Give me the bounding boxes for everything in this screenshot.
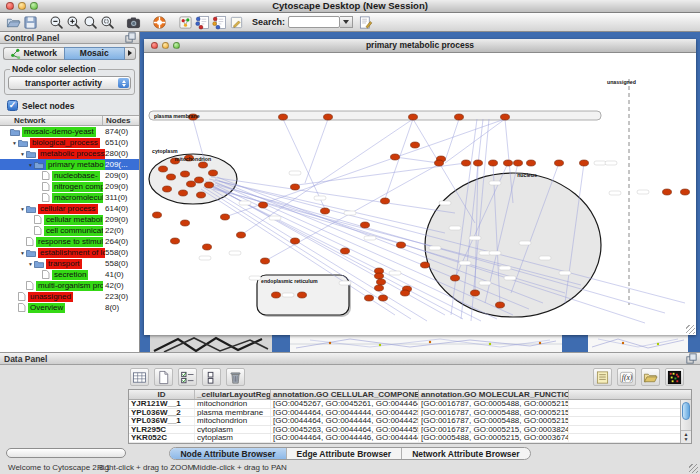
delete-attribute-icon[interactable] [226, 368, 245, 386]
network-canvas[interactable]: plasma membranecytoplasmmitochondrionnuc… [145, 53, 695, 334]
table-cell[interactable]: cytoplasm [195, 426, 271, 434]
expand-arrow-icon[interactable]: ▼ [19, 250, 26, 256]
tree-row[interactable]: ▼transport558(0) [0, 258, 139, 269]
minimize-window-button[interactable] [18, 2, 26, 10]
minimize-view-button[interactable] [162, 42, 169, 49]
scrollbar-thumb[interactable] [682, 402, 690, 420]
table-cell[interactable]: YLR295C [129, 426, 195, 434]
new-attribute-icon[interactable] [154, 368, 173, 386]
table-cell[interactable]: YPL036W__2 [129, 409, 195, 417]
tree-row[interactable]: unassigned223(0) [0, 291, 139, 302]
table-scrollbar[interactable]: ▲▼ [680, 400, 691, 443]
table-row[interactable]: YJR121W__1mitochondrion[GO:0045267, GO:0… [129, 400, 691, 409]
network-window-titlebar[interactable]: primary metabolic process [144, 39, 696, 53]
table-cell[interactable]: YDR039C__1 [129, 443, 195, 444]
scrollbar-arrows[interactable]: ▲▼ [681, 430, 691, 443]
table-cell[interactable]: [GO:0044464, GO:0044444, GO:0044425, G..… [271, 443, 419, 444]
table-cell[interactable]: [GO:0044464, GO:0044446, GO:0044444, G..… [271, 434, 419, 442]
configure-search-icon[interactable] [357, 14, 374, 30]
zoom-selected-icon[interactable] [99, 14, 116, 30]
table-cell[interactable]: [GO:0016787, GO:0005488, GO:0005215, G..… [419, 409, 569, 417]
table-cell[interactable]: mitochondrion [195, 417, 271, 425]
expand-arrow-icon[interactable]: ▼ [27, 162, 34, 168]
tree-row[interactable]: ▼biological_process651(0) [0, 137, 139, 148]
tree-row[interactable]: nucleobase-209(0) [0, 170, 139, 181]
tab-mosaic[interactable]: Mosaic [64, 47, 126, 60]
network-column-header[interactable]: Network [0, 116, 102, 125]
table-cell[interactable]: [GO:0016787, GO:0005488, GO:0005215, G..… [419, 417, 569, 425]
more-tabs-button[interactable] [125, 47, 136, 60]
tab-node-attribute-browser[interactable]: Node Attribute Browser [170, 448, 286, 459]
table-row[interactable]: YKR052Ccytoplasm[GO:0044464, GO:0044446,… [129, 434, 691, 443]
zoom-view-button[interactable] [173, 42, 180, 49]
table-cell[interactable]: [GO:0016787, GO:0005488, GO:0005215, G..… [419, 443, 569, 444]
expand-arrow-icon[interactable]: ▼ [27, 261, 34, 267]
tree-row[interactable]: mosaic-demo-yeast874(0) [0, 126, 139, 137]
zoom-window-button[interactable] [30, 2, 38, 10]
expand-arrow-icon[interactable]: ▼ [19, 206, 26, 212]
column-header[interactable]: _cellularLayoutRegion [195, 390, 271, 399]
float-panel-icon[interactable] [686, 353, 697, 364]
table-cell[interactable]: [GO:0005488, GO:0005215, GO:0003674] [419, 434, 569, 442]
close-view-button[interactable] [151, 42, 158, 49]
expand-arrow-icon[interactable]: ▼ [19, 151, 26, 157]
select-nodes-checkbox[interactable]: ✓ [7, 100, 18, 111]
tree-row[interactable]: multi-organism pro42(0) [0, 280, 139, 291]
tree-row[interactable]: Overview8(0) [0, 302, 139, 313]
table-cell[interactable]: [GO:0044464, GO:0044444, GO:0044425, G..… [271, 409, 419, 417]
tree-row[interactable]: response to stimulu264(0) [0, 236, 139, 247]
nodes-column-header[interactable]: Nodes [102, 116, 139, 125]
table-cell[interactable]: YJR121W__1 [129, 400, 195, 408]
table-cell[interactable]: plasma membrane [195, 409, 271, 417]
zoom-in-icon[interactable] [65, 14, 82, 30]
filter-icon[interactable] [194, 14, 211, 30]
table-cell[interactable]: [GO:0045267, GO:0045261, GO:0044464, G..… [271, 400, 419, 408]
expand-arrow-icon[interactable]: ▼ [11, 140, 18, 146]
column-header[interactable]: annotation.GO CELLULAR_COMPONENT [271, 390, 419, 399]
import-attributes-icon[interactable] [593, 368, 612, 386]
app-resize-grip[interactable] [689, 464, 698, 473]
resize-grip[interactable] [686, 325, 695, 334]
table-cell[interactable]: mitochondrion [195, 443, 271, 444]
node-color-dropdown[interactable]: transporter activity [8, 76, 131, 90]
tree-row[interactable]: ▼metabolic process280(0) [0, 148, 139, 159]
annotation-icon[interactable] [228, 14, 245, 30]
tab-edge-attribute-browser[interactable]: Edge Attribute Browser [287, 448, 403, 459]
table-cell[interactable]: mitochondrion [195, 400, 271, 408]
tree-row[interactable]: ▼cellular process614(0) [0, 203, 139, 214]
function-builder-icon[interactable]: f(x) [617, 368, 636, 386]
save-session-icon[interactable] [22, 14, 39, 30]
close-window-button[interactable] [6, 2, 14, 10]
zoom-fit-icon[interactable] [82, 14, 99, 30]
table-cell[interactable]: [GO:0044464, GO:0044444, GO:0044425, G..… [271, 417, 419, 425]
column-header[interactable]: annotation.GO MOLECULAR_FUNCTION [419, 390, 569, 399]
table-cell[interactable]: YPL036W__1 [129, 417, 195, 425]
snapshot-icon[interactable] [125, 14, 142, 30]
table-cell[interactable]: [GO:0016787, GO:0005215, GO:0003824, G..… [419, 426, 569, 434]
tab-network[interactable]: Network [3, 47, 64, 60]
open-file-icon[interactable] [5, 14, 22, 30]
table-cell[interactable]: YKR052C [129, 434, 195, 442]
table-cell[interactable]: [GO:0016787, GO:0005488, GO:0005215, G..… [419, 400, 569, 408]
editor-icon[interactable] [211, 14, 228, 30]
column-header[interactable]: ID [129, 390, 195, 399]
network-window[interactable]: primary metabolic process plasma membran… [144, 39, 696, 335]
tab-network-attribute-browser[interactable]: Network Attribute Browser [402, 448, 529, 459]
open-attribute-file-icon[interactable] [641, 368, 660, 386]
vizmapper-icon[interactable] [177, 14, 194, 30]
table-row[interactable]: YPL036W__2plasma membrane[GO:0044464, GO… [129, 409, 691, 418]
tree-row[interactable]: ▼primary metabo209(... [0, 159, 139, 170]
search-dropdown-button[interactable] [340, 16, 353, 28]
table-cell[interactable]: cytoplasm [195, 434, 271, 442]
tree-row[interactable]: macromolecule311(0) [0, 192, 139, 203]
select-attributes-icon[interactable] [178, 368, 197, 386]
attribute-table-icon[interactable] [130, 368, 149, 386]
matrix-view-icon[interactable] [665, 368, 684, 386]
table-cell[interactable]: [GO:0045263, GO:0044464, GO:0044455, G..… [271, 426, 419, 434]
table-row[interactable]: YPL036W__1mitochondrion[GO:0044464, GO:0… [129, 417, 691, 426]
search-input[interactable] [288, 16, 340, 28]
tree-row[interactable]: cell communicat22(0) [0, 225, 139, 236]
help-icon[interactable] [151, 14, 168, 30]
table-row[interactable]: YLR295Ccytoplasm[GO:0045263, GO:0044464,… [129, 426, 691, 435]
zoom-out-icon[interactable] [48, 14, 65, 30]
